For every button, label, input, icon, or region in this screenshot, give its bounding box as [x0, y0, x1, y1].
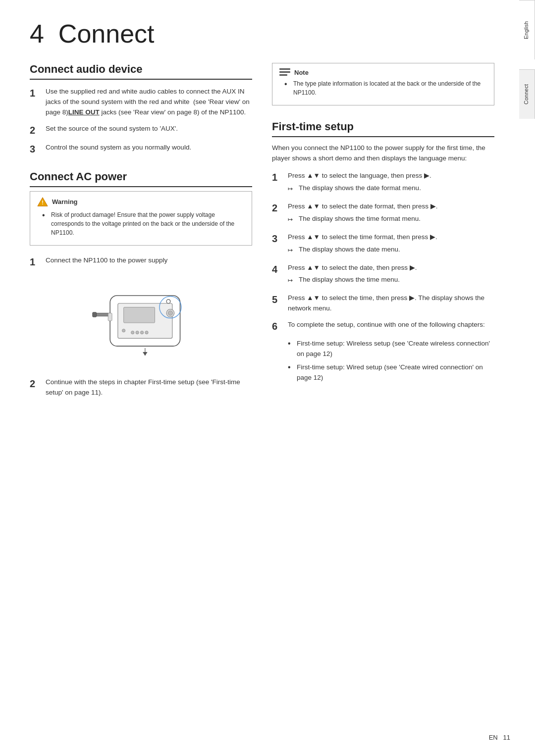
svg-point-13: [166, 300, 170, 303]
svg-rect-3: [123, 307, 155, 323]
note-icon: [279, 68, 290, 76]
right-column: Note • The type plate information is loc…: [272, 63, 494, 404]
sub-list-item: ↦ The display shows the date format menu…: [288, 183, 431, 194]
sub-list-item: ↦ The display shows the date menu.: [288, 245, 437, 255]
device-illustration: [87, 278, 196, 367]
svg-rect-11: [94, 313, 109, 316]
first-time-list: 1 Press ▲▼ to select the language, then …: [272, 171, 494, 333]
note-text: • The type plate information is located …: [284, 79, 487, 97]
note-header: Note: [279, 68, 487, 76]
list-item: 1 Connect the NP1100 to the power supply: [30, 255, 252, 268]
bullet-item: • First-time setup: Wired setup (see 'Cr…: [288, 362, 494, 383]
list-item: 1 Use the supplied red and white audio c…: [30, 87, 252, 118]
svg-marker-15: [143, 352, 147, 356]
warning-box: ! Warning • Risk of product damage! Ensu…: [30, 191, 252, 246]
list-item: 2 Set the source of the sound system to …: [30, 124, 252, 137]
side-tab-english: English: [519, 0, 535, 59]
connect-audio-heading: Connect audio device: [30, 63, 252, 80]
warning-text: • Risk of product damage! Ensure that th…: [42, 210, 245, 237]
svg-point-8: [136, 331, 139, 334]
bullet-list: • First-time setup: Wireless setup (see …: [288, 339, 494, 383]
bullet-item: • First-time setup: Wireless setup (see …: [288, 339, 494, 359]
connect-ac-list-2: 2 Continue with the steps in chapter Fir…: [30, 377, 252, 398]
svg-text:!: !: [42, 200, 43, 205]
chapter-heading: 4 Connect: [30, 20, 494, 48]
warning-header: ! Warning: [37, 197, 245, 207]
page-footer: EN 11: [489, 734, 510, 741]
svg-point-5: [168, 311, 172, 315]
warning-icon: !: [37, 197, 48, 207]
svg-rect-12: [92, 312, 96, 317]
sub-list-item: ↦ The display shows the time menu.: [288, 275, 417, 285]
sub-list-item: ↦ The display shows the time format menu…: [288, 214, 438, 224]
note-label: Note: [294, 69, 309, 76]
svg-point-10: [145, 331, 148, 334]
svg-point-7: [131, 331, 134, 334]
warning-label: Warning: [52, 198, 78, 205]
side-tab-connect: Connect: [519, 69, 535, 119]
list-item: 6 To complete the setup, continue with o…: [272, 320, 494, 333]
svg-point-6: [122, 329, 125, 332]
connect-ac-section: Connect AC power ! Warning: [30, 170, 252, 398]
note-box: Note • The type plate information is loc…: [272, 63, 494, 105]
connect-audio-section: Connect audio device 1 Use the supplied …: [30, 63, 252, 155]
connect-ac-heading: Connect AC power: [30, 170, 252, 187]
first-time-intro: When you connect the NP1100 to the power…: [272, 143, 494, 164]
list-item: 3 Press ▲▼ to select the time format, th…: [272, 232, 494, 257]
list-item: 1 Press ▲▼ to select the language, then …: [272, 171, 494, 196]
side-tabs: English Connect: [519, 0, 535, 756]
list-item: 5 Press ▲▼ to select the time, then pres…: [272, 293, 494, 314]
list-item: 2 Continue with the steps in chapter Fir…: [30, 377, 252, 398]
list-item: 4 Press ▲▼ to select the date, then pres…: [272, 263, 494, 288]
list-item: 2 Press ▲▼ to select the date format, th…: [272, 202, 494, 226]
list-item: 3 Control the sound system as you normal…: [30, 143, 252, 155]
first-time-setup-heading: First-time setup: [272, 120, 494, 137]
left-column: Connect audio device 1 Use the supplied …: [30, 63, 252, 404]
svg-rect-17: [108, 313, 112, 321]
svg-point-9: [140, 331, 143, 334]
connect-ac-list: 1 Connect the NP1100 to the power supply: [30, 255, 252, 268]
first-time-setup-section: First-time setup When you connect the NP…: [272, 120, 494, 383]
connect-audio-list: 1 Use the supplied red and white audio c…: [30, 87, 252, 155]
